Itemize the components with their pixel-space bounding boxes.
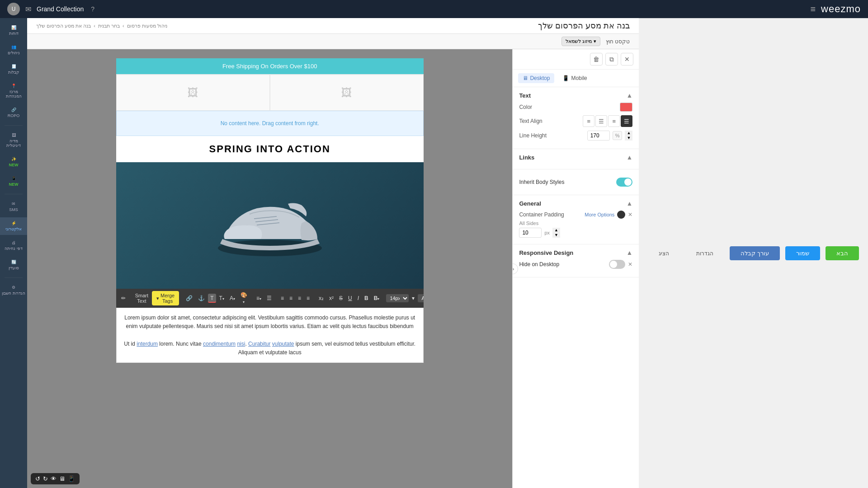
font-size-dropdown-button[interactable]: ▾ — [410, 294, 417, 303]
link-interdum[interactable]: interdum — [137, 341, 158, 347]
link-button[interactable]: 🔗 — [184, 294, 195, 303]
text-color-button[interactable]: T — [208, 294, 216, 303]
anchor-button[interactable]: ⚓ — [196, 294, 207, 303]
order-button-bottom[interactable]: עורך קבלה — [730, 246, 780, 260]
padding-up-button[interactable]: ▲ — [552, 228, 560, 233]
chevron-down-icon: ▾ — [594, 38, 596, 44]
responsive-design-header[interactable]: Responsive Design ▲ — [519, 249, 632, 256]
settings-button-bottom[interactable]: הגדרות — [685, 247, 724, 260]
color-swatch[interactable] — [620, 103, 632, 112]
duplicate-button[interactable]: ⧉ — [605, 53, 618, 66]
hide-on-desktop-label: Hide on Desktop — [519, 261, 559, 267]
breadcrumb-item-1[interactable]: ניהול מסעות פרסום — [127, 23, 167, 29]
smart-text-button[interactable]: Smart Text — [132, 291, 151, 305]
sidebar-item-social[interactable]: 🔄 סועדין — [0, 256, 27, 274]
underline-button[interactable]: U — [346, 294, 354, 303]
align-center-toolbar-button[interactable]: ≡ — [287, 294, 295, 303]
link-condimentum[interactable]: condimentum — [203, 341, 236, 347]
sidebar-item-receipts[interactable]: 🧾 קבלות — [0, 61, 27, 78]
email-icon[interactable]: ✉ — [25, 5, 31, 14]
font-family-select[interactable]: Arial — [418, 294, 423, 302]
sidebar-item-settings[interactable]: ⚙ הגדרות חשבון — [0, 282, 27, 299]
receipts-icon: 🧾 — [11, 64, 16, 69]
user-avatar[interactable]: U — [7, 3, 20, 15]
sidebar-item-media[interactable]: 🖼 מדיה דיגיטלית — [0, 129, 27, 151]
link-vulputate[interactable]: vulputate — [272, 341, 294, 347]
align-justify-toolbar-button[interactable]: ≡ — [304, 294, 312, 303]
shoe-image-container[interactable] — [116, 162, 424, 289]
align-left-toolbar-button[interactable]: ≡ — [278, 294, 286, 303]
menu-icon[interactable]: ≡ — [810, 4, 816, 14]
pencil-tool-button[interactable]: ✏ — [119, 294, 128, 303]
link-curabitur[interactable]: Curabitur — [248, 341, 270, 347]
container-padding-toggle[interactable] — [617, 211, 625, 219]
bg-highlight-button[interactable]: 🎨▾ — [238, 291, 250, 306]
align-justify-prop-button[interactable]: ☰ — [621, 115, 632, 127]
line-height-up-button[interactable]: ▲ — [625, 131, 632, 136]
unordered-list-button[interactable]: ☰ — [264, 294, 274, 303]
font-color-dropdown-button[interactable]: A▾ — [227, 294, 237, 303]
tab-desktop[interactable]: 🖥 Desktop — [518, 73, 554, 83]
subscript-button[interactable]: x₂ — [316, 294, 326, 303]
sidebar-item-ropo[interactable]: 🔗 ROPO — [0, 104, 27, 122]
text-outside-button[interactable]: טקסט חוץ — [606, 38, 630, 45]
inherit-body-styles-toggle[interactable] — [616, 178, 632, 187]
line-height-input[interactable] — [587, 131, 610, 141]
general-section: General ▲ Container Padding More Options… — [513, 195, 639, 244]
redo-button[interactable]: ↻ — [43, 475, 48, 482]
image-cell-2[interactable]: 🖼 — [270, 75, 424, 111]
preview-button-bottom[interactable]: הציג — [648, 247, 680, 260]
text-section-header[interactable]: Text ▲ — [519, 92, 632, 99]
align-left-button[interactable]: ▾ מיזוג לשמאל — [561, 37, 600, 46]
editable-text-area[interactable]: Lorem ipsum dolor sit amet, consectetur … — [116, 308, 424, 363]
close-panel-button[interactable]: ✕ — [621, 53, 633, 66]
canvas-wrapper[interactable]: Free Shipping On Orders Over $100 🖼 🖼 — [27, 49, 512, 488]
padding-down-button[interactable]: ▼ — [552, 233, 560, 238]
reports-icon: 📊 — [11, 25, 16, 30]
sidebar-item-email[interactable]: ✉ SMS — [0, 198, 27, 216]
general-section-header[interactable]: General ▲ — [519, 200, 632, 207]
sidebar-item-sms[interactable]: 📱 NEW — [0, 173, 27, 190]
cancel-button[interactable]: הבא — [826, 246, 859, 260]
save-button[interactable]: שמור — [785, 246, 820, 260]
mobile-view-button[interactable]: 📱 — [68, 475, 75, 482]
ordered-list-button[interactable]: ≡▾ — [254, 294, 264, 303]
sidebar-item-electronic[interactable]: ⚡ אלקטרוני — [0, 217, 27, 235]
image-cell-1[interactable]: 🖼 — [116, 75, 270, 111]
sidebar-item-print[interactable]: 🖨 דפי נחיתה — [0, 237, 27, 254]
breadcrumb-item-2[interactable]: בחר תבנית — [98, 23, 120, 29]
bold-button[interactable]: B — [362, 294, 371, 303]
sidebar-item-reports[interactable]: 📊 דוחות — [0, 22, 27, 39]
links-section-header[interactable]: Links ▲ — [519, 154, 632, 161]
merge-tags-button[interactable]: ▾ Merge Tags — [152, 291, 179, 305]
undo-button[interactable]: ↺ — [35, 475, 40, 482]
font-size-select[interactable]: 14px — [386, 294, 409, 302]
sidebar-item-management[interactable]: 👥 ניהולים — [0, 41, 27, 59]
hide-on-desktop-close[interactable]: ✕ — [628, 261, 632, 267]
italic-button[interactable]: I — [355, 294, 361, 303]
padding-input[interactable] — [519, 228, 542, 238]
more-options-button[interactable]: More Options — [585, 212, 614, 217]
general-section-title: General — [519, 200, 541, 207]
desktop-view-button[interactable]: 🖥 — [59, 475, 65, 482]
delete-button[interactable]: 🗑 — [590, 53, 603, 66]
container-padding-close[interactable]: ✕ — [628, 211, 632, 218]
bold-dropdown-button[interactable]: B▾ — [372, 294, 382, 303]
shoe-image — [116, 162, 424, 289]
align-right-toolbar-button[interactable]: ≡ — [296, 294, 303, 303]
tab-mobile[interactable]: 📱 Mobile — [558, 73, 591, 83]
sidebar-item-quick[interactable]: ✨ NEW — [0, 153, 27, 171]
superscript-button[interactable]: x² — [327, 294, 336, 303]
text-bg-color-button[interactable]: T▾ — [217, 294, 226, 303]
padding-unit-label: px — [544, 230, 550, 235]
line-height-down-button[interactable]: ▼ — [625, 136, 632, 141]
link-nisi[interactable]: nisi — [237, 341, 245, 347]
align-left-prop-button[interactable]: ≡ — [583, 115, 594, 127]
sidebar-item-tracking[interactable]: 📍 מרכז המנהדות — [0, 80, 27, 102]
help-icon[interactable]: ? — [91, 5, 94, 13]
preview-button[interactable]: 👁 — [51, 475, 57, 482]
hide-on-desktop-toggle[interactable] — [609, 260, 625, 269]
strikethrough-button[interactable]: S — [337, 294, 345, 303]
align-right-prop-button[interactable]: ≡ — [608, 115, 620, 127]
align-center-prop-button[interactable]: ☰ — [595, 115, 607, 127]
